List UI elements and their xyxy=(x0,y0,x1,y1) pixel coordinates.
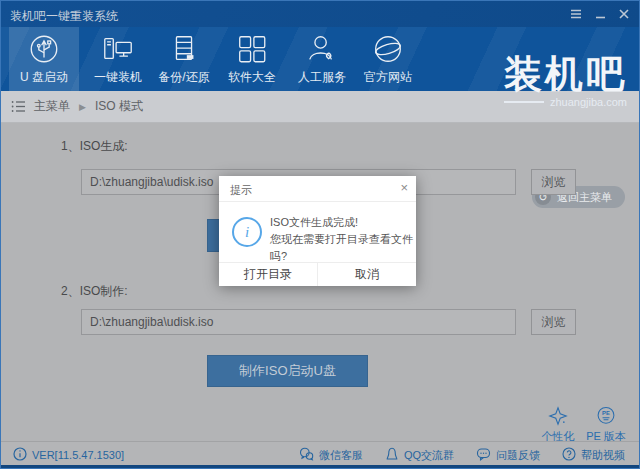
backup-icon xyxy=(167,32,201,66)
dialog-message-line1: ISO文件生成完成! xyxy=(270,214,416,231)
nav-item-official-site[interactable]: 官方网站 xyxy=(353,27,423,91)
nav-item-software-collection[interactable]: 软件大全 xyxy=(217,27,287,91)
step1-label: 1、ISO生成: xyxy=(61,138,128,155)
dialog-footer: 打开目录 取消 xyxy=(219,262,416,286)
title-bar: 装机吧一键重装系统 xyxy=(1,1,639,27)
window-title: 装机吧一键重装系统 xyxy=(10,8,118,25)
usb-icon xyxy=(27,32,61,66)
wechat-service-label: 微信客服 xyxy=(319,448,363,463)
nav-item-label: 软件大全 xyxy=(228,69,276,86)
window-controls xyxy=(569,1,631,27)
dialog-message-line2: 您现在需要打开目录查看文件吗? xyxy=(270,231,416,265)
help-video-label: 帮助视频 xyxy=(581,448,625,463)
cancel-button[interactable]: 取消 xyxy=(318,263,416,286)
nav-item-human-service[interactable]: 人工服务 xyxy=(287,27,357,91)
apps-grid-icon xyxy=(235,32,269,66)
qq-group-label: QQ交流群 xyxy=(404,448,454,463)
app-window: 装机吧一键重装系统 U 盘 xyxy=(0,0,640,469)
nav-item-backup-restore[interactable]: 备份/还原 xyxy=(149,27,219,91)
nav-item-label: U 盘启动 xyxy=(20,69,68,86)
nav-item-one-key-install[interactable]: 一键装机 xyxy=(83,27,153,91)
open-directory-button[interactable]: 打开目录 xyxy=(219,263,318,286)
qq-icon xyxy=(385,447,399,463)
brand-domain: zhuangjiba.com xyxy=(550,96,627,108)
make-iso-usb-button[interactable]: 制作ISO启动U盘 xyxy=(207,355,368,387)
computer-icon xyxy=(101,32,135,66)
version-info: VER[11.5.47.1530] xyxy=(13,447,124,463)
info-icon: i xyxy=(232,217,262,247)
main-nav: U 盘启动 一键装机 备份/还原 xyxy=(1,27,639,91)
brand-logo-text: 装机吧 xyxy=(504,55,627,95)
person-icon xyxy=(305,32,339,66)
logo-underline xyxy=(504,101,544,103)
feedback-label: 问题反馈 xyxy=(496,448,540,463)
minimize-icon[interactable] xyxy=(593,7,607,21)
dialog-title: 提示 xyxy=(230,183,252,198)
window-bottom-border xyxy=(1,465,639,468)
pe-version-icon: PE xyxy=(577,405,635,427)
info-circle-icon xyxy=(13,447,27,463)
nav-item-label: 备份/还原 xyxy=(158,69,209,86)
breadcrumb-current: ISO 模式 xyxy=(95,98,143,115)
breadcrumb-separator-icon: ▶ xyxy=(79,102,86,112)
dialog-close-icon[interactable]: × xyxy=(400,180,408,195)
nav-item-label: 人工服务 xyxy=(298,69,346,86)
brand-logo: 装机吧 zhuangjiba.com xyxy=(504,55,627,108)
pe-version-button[interactable]: PE PE 版本 xyxy=(577,405,635,444)
wechat-icon xyxy=(299,447,314,463)
dialog-message: ISO文件生成完成! 您现在需要打开目录查看文件吗? xyxy=(270,214,416,265)
dialog-body: i ISO文件生成完成! 您现在需要打开目录查看文件吗? xyxy=(219,202,416,263)
close-icon[interactable] xyxy=(617,7,631,21)
feedback-link[interactable]: 问题反馈 xyxy=(476,447,540,463)
svg-text:PE: PE xyxy=(602,410,610,416)
breadcrumb-root[interactable]: 主菜单 xyxy=(34,98,70,115)
nav-item-label: 官方网站 xyxy=(364,69,412,86)
help-icon xyxy=(562,447,576,463)
iso-make-path-input[interactable] xyxy=(81,309,516,335)
status-bar: VER[11.5.47.1530] 微信客服 QQ交流群 xyxy=(1,441,639,468)
globe-icon xyxy=(371,32,405,66)
status-links: 微信客服 QQ交流群 xyxy=(299,447,625,463)
nav-item-label: 一键装机 xyxy=(94,69,142,86)
browse-button-2[interactable]: 浏览 xyxy=(531,309,576,335)
menu-icon[interactable] xyxy=(569,7,583,21)
dialog-header: 提示 × xyxy=(219,176,416,202)
version-text: VER[11.5.47.1530] xyxy=(32,449,124,461)
feedback-bubble-icon xyxy=(476,447,491,463)
nav-item-usb-boot[interactable]: U 盘启动 xyxy=(9,27,79,91)
menu-list-icon[interactable] xyxy=(11,100,26,113)
wechat-service-link[interactable]: 微信客服 xyxy=(299,447,363,463)
step2-label: 2、ISO制作: xyxy=(61,283,128,300)
help-video-link[interactable]: 帮助视频 xyxy=(562,447,625,463)
prompt-dialog: 提示 × i ISO文件生成完成! 您现在需要打开目录查看文件吗? 打开目录 取… xyxy=(219,176,416,286)
browse-button-1[interactable]: 浏览 xyxy=(531,169,576,195)
qq-group-link[interactable]: QQ交流群 xyxy=(385,447,454,463)
